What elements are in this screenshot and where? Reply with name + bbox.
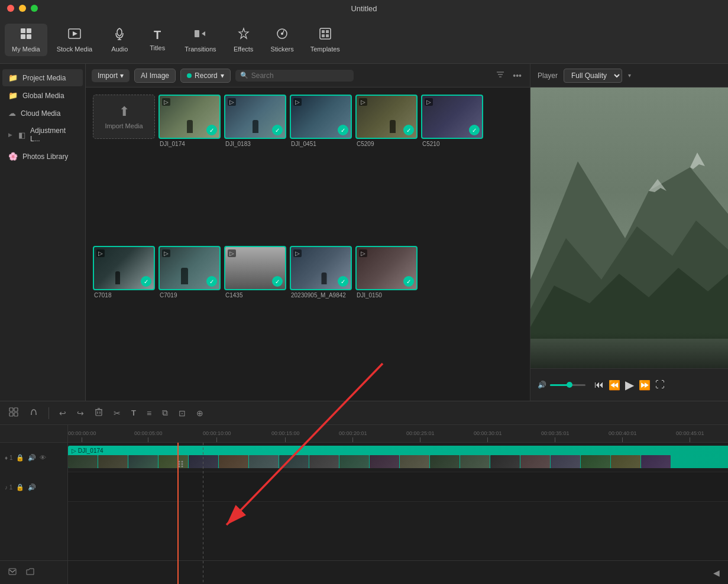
video-clip-label: ▷ DJI_0174	[72, 447, 103, 454]
media-label-4: C5209	[355, 141, 418, 147]
preview-area: Player Full Quality ▾	[530, 64, 728, 401]
media-item-c5209[interactable]: ▷ ✓ C5209	[355, 95, 418, 242]
video-icon-5: ▷	[425, 98, 433, 106]
toolbar-audio[interactable]: Audio	[102, 24, 137, 56]
ruler-tick-7: 00:00:35:01	[541, 430, 570, 442]
audio-mute-button[interactable]: 🔊	[28, 454, 36, 462]
import-chevron-icon: ▾	[120, 72, 124, 80]
timeline-toolbar: ↩ ↪ ✂ T ≡ ⧉ ⊡ ⊕	[0, 401, 728, 425]
toolbar-effects[interactable]: Effects	[226, 24, 261, 56]
sidebar-item-cloud-media[interactable]: ☁ Cloud Media	[2, 105, 83, 122]
media-item-c7018[interactable]: ▷ ✓ C7018	[93, 246, 155, 394]
sidebar-item-global-media[interactable]: 📁 Global Media	[2, 87, 83, 104]
sidebar-item-project-media[interactable]: 📁 Project Media	[2, 69, 83, 86]
import-button[interactable]: Import ▾	[92, 69, 130, 82]
search-icon: 🔍	[240, 72, 248, 79]
media-toolbar: Import ▾ AI Image Record ▾ 🔍	[86, 64, 530, 87]
preview-header: Player Full Quality ▾	[530, 64, 728, 87]
frame-thumb	[98, 455, 128, 468]
crop-button[interactable]: ⊕	[193, 407, 206, 420]
ruler-label-8: 00:00:40:01	[609, 430, 637, 436]
close-button[interactable]	[7, 5, 14, 12]
more-options-button[interactable]: •••	[510, 70, 524, 82]
ruler-tick-3: 00:00:15:00	[271, 430, 300, 442]
frame-thumb	[309, 455, 339, 468]
frame-forward-button[interactable]: ⏩	[636, 377, 653, 393]
toolbar-transitions[interactable]: Transitions	[177, 24, 223, 56]
media-item-c5210[interactable]: ▷ ✓ C5210	[421, 95, 483, 242]
ruler-label-9: 00:00:45:01	[676, 430, 704, 436]
import-media-button[interactable]: ⬆ Import Media	[93, 95, 155, 139]
video-track-label: ♦ 1 🔒 🔊 👁	[0, 443, 68, 472]
group-button[interactable]: ⧉	[159, 406, 171, 420]
ai-image-label: AI Image	[141, 72, 169, 80]
toolbar-templates[interactable]: Templates	[303, 24, 347, 56]
audio-track-content[interactable]	[68, 472, 728, 501]
eye-button[interactable]: 👁	[40, 454, 46, 461]
sidebar-folder-button[interactable]	[24, 566, 37, 579]
text-button[interactable]: T	[128, 407, 139, 419]
clip-drag-handle[interactable]	[176, 458, 187, 470]
media-item-dji0150[interactable]: ▷ ✓ DJI_0150	[355, 246, 418, 394]
search-input[interactable]	[251, 72, 349, 80]
filter-button[interactable]	[494, 69, 507, 82]
cut-button[interactable]: ✂	[111, 407, 124, 420]
video-track-content[interactable]: ▷ DJI_0174	[68, 443, 728, 472]
video-track-num: ♦ 1	[5, 455, 12, 461]
media-item-dji0174[interactable]: ▷ ✓ DJI_0174	[158, 95, 221, 242]
folder-icon: 📁	[8, 73, 18, 82]
check-icon-3: ✓	[338, 125, 348, 135]
frame-thumb	[430, 455, 460, 468]
arrow-icon: ▶	[8, 132, 12, 138]
preview-controls: 🔊 ⏮ ⏪ ▶ ⏩ ⛶	[530, 368, 728, 401]
sidebar-add-button[interactable]	[6, 566, 19, 579]
toolbar-stock-media[interactable]: Stock Media	[50, 24, 100, 56]
timeline-scenes-button[interactable]	[6, 405, 21, 420]
layout-button[interactable]: ≡	[144, 407, 154, 420]
record-button[interactable]: Record ▾	[180, 69, 231, 83]
lock-button-a[interactable]: 🔒	[16, 484, 24, 491]
ai-image-button[interactable]: AI Image	[134, 69, 176, 83]
toolbar-my-media[interactable]: My Media	[5, 24, 47, 56]
media-item-c1435[interactable]: ▷ ✓ C1435	[224, 246, 286, 394]
frame-back-button[interactable]: ⏪	[606, 377, 623, 393]
media-label-8: C1435	[224, 292, 286, 299]
minimize-button[interactable]	[19, 5, 26, 12]
toolbar-titles[interactable]: T Titles	[140, 25, 175, 55]
preview-video	[530, 87, 728, 368]
svg-rect-8	[195, 30, 199, 37]
redo-button[interactable]: ↪	[74, 407, 87, 420]
svg-rect-29	[9, 413, 13, 416]
quality-select[interactable]: Full Quality	[564, 69, 622, 83]
timeline-ruler[interactable]: 00:00:00:00 00:00:05:00 00:00:10:00 00:0…	[68, 425, 728, 443]
maximize-button[interactable]	[31, 5, 38, 12]
skip-back-button[interactable]: ⏮	[592, 377, 606, 392]
video-clip-dji0174[interactable]: ▷ DJI_0174	[68, 446, 728, 468]
effects-label: Effects	[234, 46, 253, 53]
lock-button-v[interactable]: 🔒	[16, 454, 24, 462]
video-icon-10: ▷	[359, 249, 367, 257]
mute-button-a[interactable]: 🔊	[28, 484, 36, 491]
delete-button[interactable]	[92, 406, 106, 420]
sidebar-item-adjustment[interactable]: ▶ ◧ Adjustment L...	[2, 122, 83, 147]
toolbar-stickers[interactable]: Stickers	[264, 24, 301, 56]
sidebar-item-photos-library[interactable]: 🌸 Photos Library	[2, 148, 83, 165]
media-item-20230905[interactable]: ▷ ✓ 20230905_M_A9842	[290, 246, 352, 394]
media-item-dji0183[interactable]: ▷ ✓ DJI_0183	[224, 95, 286, 242]
media-item-dji0451[interactable]: ▷ ✓ DJI_0451	[290, 95, 352, 242]
play-button[interactable]: ▶	[623, 375, 636, 394]
media-item-c7019[interactable]: ▷ ✓ C7019	[158, 246, 221, 394]
search-box[interactable]: 🔍	[235, 70, 354, 82]
volume-slider[interactable]: 🔊	[538, 381, 585, 389]
preview-video-svg	[530, 87, 728, 368]
audio-icon	[113, 27, 126, 43]
svg-rect-27	[9, 408, 13, 411]
timeline-magnet-button[interactable]	[26, 405, 41, 420]
undo-button[interactable]: ↩	[56, 407, 69, 420]
frame-thumb	[490, 455, 520, 468]
pip-button[interactable]: ⊡	[176, 407, 189, 420]
my-media-label: My Media	[12, 46, 40, 53]
photos-icon: 🌸	[8, 152, 18, 161]
fullscreen-button[interactable]: ⛶	[653, 377, 667, 392]
media-label-10: DJI_0150	[355, 292, 418, 299]
